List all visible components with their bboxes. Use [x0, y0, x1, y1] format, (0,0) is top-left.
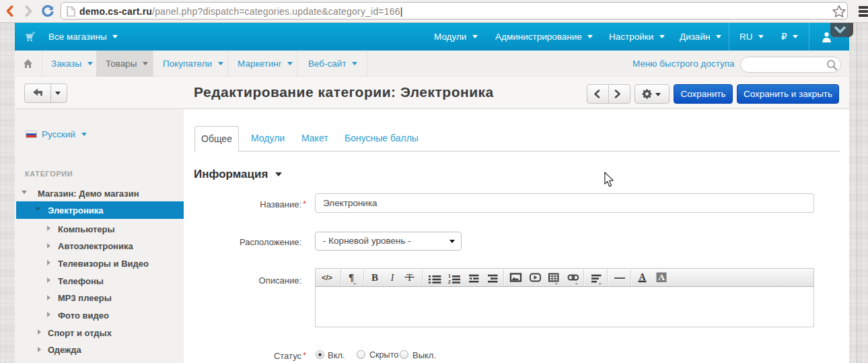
svg-text:I: I — [390, 272, 395, 283]
svg-text:</>: </> — [322, 273, 332, 282]
svg-text:A: A — [639, 272, 646, 282]
svg-text:1: 1 — [448, 273, 451, 278]
svg-text:B: B — [371, 272, 378, 283]
svg-text:A: A — [658, 272, 665, 282]
svg-text:2: 2 — [448, 279, 451, 284]
svg-text:¶: ¶ — [349, 272, 354, 283]
